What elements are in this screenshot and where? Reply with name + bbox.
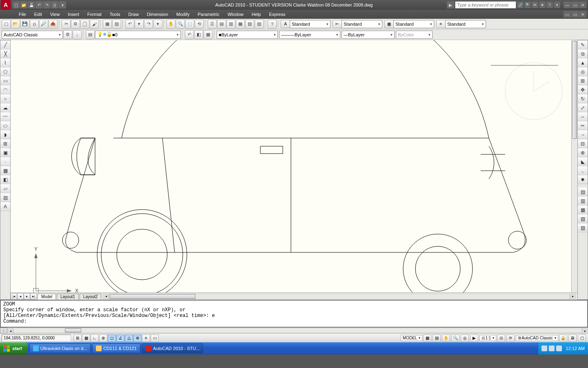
workspace-switch[interactable]: ⚙ AutoCAD Classic <box>516 335 558 341</box>
textstyle-dropdown[interactable]: Standard <box>290 20 331 28</box>
doc-minimize-button[interactable]: — <box>564 11 571 18</box>
move-icon[interactable]: ✥ <box>578 85 588 94</box>
menu-express[interactable]: Express <box>265 11 289 18</box>
qat-dropdown-icon[interactable]: ▾ <box>59 1 66 9</box>
search-input[interactable] <box>455 1 516 9</box>
copy-icon[interactable]: ⧉ <box>71 20 80 29</box>
pline-icon[interactable]: ⌇ <box>0 58 10 67</box>
showmotion-icon[interactable]: ▶ <box>470 335 478 342</box>
sheet-icon[interactable]: ▦ <box>236 20 245 29</box>
trim-icon[interactable]: ✂ <box>578 121 588 130</box>
polygon-icon[interactable]: ⬠ <box>0 67 10 76</box>
cmd-hscroll-left[interactable]: ◂ <box>8 328 13 333</box>
match-icon[interactable]: 🖌 <box>90 20 99 29</box>
taskbar-item-1[interactable]: Ultraviolet-Oasis on d... <box>29 343 91 353</box>
dimstyle-icon[interactable]: ⊢ <box>333 20 342 28</box>
redo-icon[interactable]: ↷ <box>144 20 153 29</box>
command-window[interactable]: ZOOM Specify corner of window, enter a s… <box>0 300 588 327</box>
hscroll-right-icon[interactable]: ▸ <box>570 294 575 299</box>
qat-open-icon[interactable]: 📁 <box>20 1 27 9</box>
maximize-button[interactable]: ▭ <box>571 2 579 8</box>
tray-icon-3[interactable] <box>556 346 562 351</box>
drawing-canvas[interactable]: X Y <box>11 40 571 292</box>
hatch-icon[interactable]: ▦ <box>0 166 10 175</box>
quickview-layouts-icon[interactable]: ▦ <box>423 335 431 342</box>
clock[interactable]: 12:12 AM <box>566 346 585 351</box>
bycolor-dropdown[interactable]: ByColor <box>396 31 433 39</box>
vscroll-thumb[interactable] <box>572 41 577 139</box>
publish-icon[interactable]: 📤 <box>49 20 58 29</box>
print-icon[interactable]: ⎙ <box>30 20 39 29</box>
help2-icon[interactable]: ? <box>268 20 277 29</box>
ws-save-icon[interactable]: ↓ <box>73 30 82 39</box>
tab-last-icon[interactable]: ▸| <box>30 293 37 300</box>
rotate-icon[interactable]: ↻ <box>578 94 588 103</box>
gradient-icon[interactable]: ◧ <box>0 175 10 184</box>
block2-icon[interactable]: ▨ <box>112 20 121 29</box>
menu-insert[interactable]: Insert <box>64 11 83 18</box>
hscroll-thumb[interactable] <box>110 294 195 299</box>
dimstyle-dropdown[interactable]: Standard <box>342 20 382 28</box>
zoom2-icon[interactable]: 🔍 <box>451 335 459 342</box>
explode-icon[interactable]: ✸ <box>578 175 588 184</box>
menu-tools[interactable]: Tools <box>106 11 124 18</box>
point-icon[interactable]: · <box>0 157 10 166</box>
linetype-dropdown[interactable]: ■ ByLayer <box>217 31 278 39</box>
fillet-icon[interactable]: ◟ <box>578 166 588 175</box>
otrack-toggle[interactable]: ∠ <box>116 335 124 342</box>
qp-toggle[interactable]: ▭ <box>151 335 159 342</box>
qat-save-icon[interactable]: 💾 <box>28 1 35 9</box>
taskbar-item-2[interactable]: CD111 & CD121 <box>92 343 140 353</box>
tab-first-icon[interactable]: |◂ <box>11 293 17 300</box>
cmd-grip-icon[interactable]: ⋮ <box>0 328 7 333</box>
horizontal-scrollbar[interactable]: ◂ ▸ <box>103 294 576 299</box>
mlstyle-dropdown[interactable]: Standard <box>445 20 486 28</box>
markup-icon[interactable]: ▧ <box>245 20 254 29</box>
wheel-icon[interactable]: ◎ <box>461 335 469 342</box>
polar-toggle[interactable]: ⊛ <box>99 335 107 342</box>
quickcalc-icon[interactable]: ▨ <box>255 20 264 29</box>
ws-settings-icon[interactable]: ⚙ <box>63 30 72 39</box>
mirror-icon[interactable]: ▲ <box>578 58 588 67</box>
cmd-hscroll-right[interactable]: ▸ <box>582 328 588 333</box>
tab-model[interactable]: Model <box>38 294 56 299</box>
doc-close-button[interactable]: ✕ <box>579 11 586 18</box>
tool-pal-icon[interactable]: ▥ <box>226 20 235 29</box>
zoom-prev-icon[interactable]: ⟲ <box>195 20 204 29</box>
menu-window[interactable]: Window <box>224 11 248 18</box>
qat-redo-icon[interactable]: ↷ <box>43 1 51 9</box>
cleanscreen-icon[interactable]: ▢ <box>578 335 586 342</box>
zoom-rt-icon[interactable]: 🔍 <box>176 20 185 29</box>
cut-icon[interactable]: ✂ <box>62 20 71 29</box>
menu-format[interactable]: Format <box>83 11 106 18</box>
search-go-icon[interactable]: ▶ <box>447 1 454 9</box>
pan2-icon[interactable]: ✋ <box>442 335 450 342</box>
layer-dropdown[interactable]: 💡❄🔓■ 0 <box>95 31 181 39</box>
mtext-icon[interactable]: A <box>0 202 10 211</box>
undo-drop-icon[interactable]: ▾ <box>135 20 144 29</box>
p2-icon[interactable]: ▥ <box>578 196 588 205</box>
search-icon[interactable]: 🔍 <box>524 2 531 8</box>
scale-icon[interactable]: ⤢ <box>578 103 588 112</box>
mlstyle-icon[interactable]: ≡ <box>436 20 445 28</box>
p3-icon[interactable]: ▦ <box>578 205 588 214</box>
hardware-icon[interactable]: 🖥 <box>568 335 577 342</box>
xline-icon[interactable]: ╳ <box>0 49 10 58</box>
layer-prev-icon[interactable]: ↶ <box>185 30 194 39</box>
tablestyle-icon[interactable]: ▦ <box>384 20 393 28</box>
stretch-icon[interactable]: ↔ <box>578 112 588 121</box>
paste-icon[interactable]: 📋 <box>80 20 89 29</box>
tray-icon-2[interactable] <box>549 346 555 351</box>
tab-layout2[interactable]: Layout2 <box>80 294 102 299</box>
layer-mgr-icon[interactable]: ▤ <box>86 30 95 39</box>
infocenter-icon[interactable]: 🔗 <box>517 2 524 8</box>
layer-state-icon[interactable]: ▦ <box>204 30 213 39</box>
props-icon[interactable]: ☰ <box>208 20 217 29</box>
toolbar-lock-icon[interactable]: 🔒 <box>559 335 567 342</box>
annoscale-button[interactable]: ⚖ 1:1 <box>479 335 496 341</box>
workspace-dropdown[interactable]: AutoCAD Classic <box>2 31 63 39</box>
help-icon[interactable]: ? <box>546 2 553 8</box>
minimize-button[interactable]: — <box>564 2 571 8</box>
snap-toggle[interactable]: ⊞ <box>73 335 82 342</box>
circle-icon[interactable]: ○ <box>0 94 10 103</box>
